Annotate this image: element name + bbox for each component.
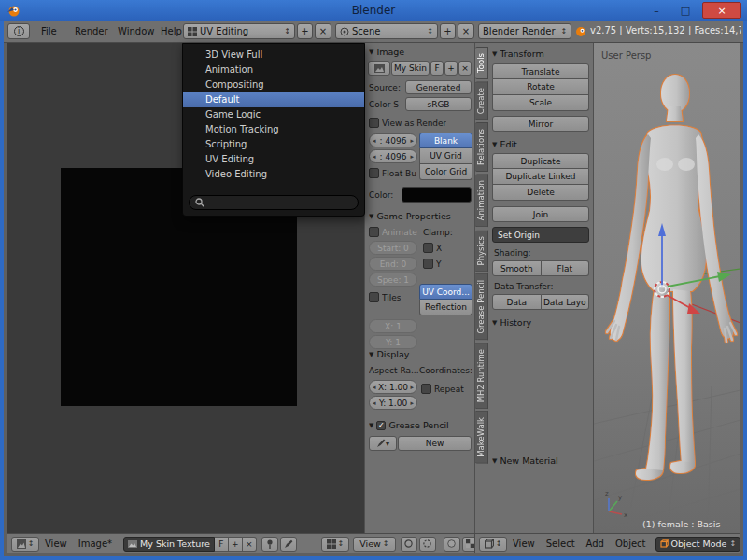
layout-menu-item-compositing[interactable]: Compositing xyxy=(183,77,364,92)
grease-pencil-source-dropdown[interactable]: ▾ xyxy=(369,436,397,451)
shade-flat-button[interactable]: Flat xyxy=(542,260,590,276)
section-new-material[interactable]: ▼ New Material xyxy=(492,454,591,468)
mapping-uv-coordinates[interactable]: UV Coord... xyxy=(419,284,472,300)
anim-start-field[interactable]: Start: 0 xyxy=(369,241,417,255)
layout-search-input[interactable] xyxy=(208,198,352,208)
uv-menu-view[interactable]: View xyxy=(39,539,73,549)
minimize-button[interactable]: – xyxy=(644,2,669,19)
colorspace-dropdown[interactable]: sRGB xyxy=(405,97,472,111)
generated-height-field[interactable]: ◂ : 4096 ▸ xyxy=(369,149,417,163)
paint-mode-button[interactable] xyxy=(280,537,297,552)
fake-user-button[interactable]: F xyxy=(215,537,229,552)
tab-animation[interactable]: Animation xyxy=(475,174,488,227)
section-history[interactable]: ▼ History xyxy=(492,315,591,329)
add-layout-button[interactable]: + xyxy=(297,23,313,39)
editor-type-button[interactable]: ↕ xyxy=(321,537,349,552)
tab-tools[interactable]: Tools xyxy=(475,47,488,79)
left-arrow-icon[interactable]: ◂ xyxy=(373,399,376,407)
unlink-image-button[interactable]: × xyxy=(458,61,472,76)
section-grease-pencil[interactable]: ▼ ✓ Grease Pencil xyxy=(369,418,472,432)
fake-user-button[interactable]: F xyxy=(430,61,444,76)
editor-type-button[interactable]: ↕ xyxy=(479,537,507,552)
left-arrow-icon[interactable]: ◂ xyxy=(373,153,376,161)
view3d-menu-add[interactable]: Add xyxy=(581,539,610,549)
right-arrow-icon[interactable]: ▸ xyxy=(410,384,414,391)
view-as-render-checkbox[interactable] xyxy=(369,118,379,128)
image-datablock-field[interactable]: My Skin Texture xyxy=(123,537,215,552)
delete-scene-button[interactable]: × xyxy=(458,23,474,39)
pin-button[interactable] xyxy=(261,537,278,552)
section-image[interactable]: ▼ Image xyxy=(369,45,472,59)
tab-relations[interactable]: Relations xyxy=(475,122,488,172)
section-display[interactable]: ▼ Display xyxy=(369,347,472,361)
add-image-button[interactable]: + xyxy=(229,537,243,552)
animate-checkbox[interactable] xyxy=(369,227,379,237)
delete-layout-button[interactable]: × xyxy=(315,23,331,39)
viewport-3d[interactable]: x y z User Persp (1) female : Basis xyxy=(593,43,740,533)
section-edit[interactable]: ▼ Edit xyxy=(492,137,591,151)
tiles-x-field[interactable]: X: 1 xyxy=(369,319,417,333)
layout-menu-search[interactable] xyxy=(189,195,359,210)
render-engine-dropdown[interactable]: Blender Render ↕ xyxy=(478,23,571,39)
layout-menu-item-default[interactable]: Default xyxy=(183,92,364,107)
tab-makewalk[interactable]: MakeWalk xyxy=(475,411,488,464)
layout-menu-item-video-editing[interactable]: Video Editing xyxy=(183,167,364,182)
scene-dropdown[interactable]: Scene ↕ xyxy=(335,23,438,39)
data-layout-button[interactable]: Data Layo xyxy=(542,294,590,310)
snap-button[interactable] xyxy=(419,537,436,552)
float-buffer-checkbox[interactable] xyxy=(369,168,379,178)
image-browse-dropdown[interactable] xyxy=(368,61,390,76)
grease-pencil-checkbox[interactable]: ✓ xyxy=(376,421,386,430)
clamp-y-checkbox[interactable] xyxy=(423,259,433,269)
duplicate-button[interactable]: Duplicate xyxy=(492,153,589,169)
left-arrow-icon[interactable]: ◂ xyxy=(373,137,376,145)
mirror-button[interactable]: Mirror xyxy=(492,116,589,132)
right-arrow-icon[interactable]: ▸ xyxy=(410,137,414,145)
translate-button[interactable]: Translate xyxy=(492,63,589,79)
data-button[interactable]: Data xyxy=(492,294,542,310)
generated-type-color-grid[interactable]: Color Grid xyxy=(419,164,472,180)
layout-menu-item-animation[interactable]: Animation xyxy=(183,63,364,77)
anim-speed-field[interactable]: Spee: 1 xyxy=(369,273,417,287)
aspect-y-field[interactable]: ◂ Y: 1.00 ▸ xyxy=(369,396,417,410)
add-image-button[interactable]: + xyxy=(444,61,458,76)
menu-render[interactable]: Render xyxy=(69,24,114,39)
duplicate-linked-button[interactable]: Duplicate Linked xyxy=(492,169,589,185)
join-button[interactable]: Join xyxy=(492,206,589,222)
layout-menu-item-motion-tracking[interactable]: Motion Tracking xyxy=(183,122,364,137)
grease-pencil-new-button[interactable]: New xyxy=(398,436,472,451)
menu-window[interactable]: Window xyxy=(112,24,160,39)
color-swatch[interactable] xyxy=(402,187,472,203)
source-dropdown[interactable]: Generated xyxy=(405,80,472,94)
generated-type-uv-grid[interactable]: UV Grid xyxy=(419,148,472,164)
layout-menu-item-scripting[interactable]: Scripting xyxy=(183,137,364,152)
delete-button[interactable]: Delete xyxy=(492,185,589,201)
aspect-x-field[interactable]: ◂ X: 1.00 ▸ xyxy=(369,380,417,394)
menu-file[interactable]: File xyxy=(35,24,63,39)
left-arrow-icon[interactable]: ◂ xyxy=(373,384,376,391)
rotate-button[interactable]: Rotate xyxy=(492,79,589,95)
anim-end-field[interactable]: End: 0 xyxy=(369,257,417,271)
title-bar[interactable]: Blender – □ × xyxy=(0,0,747,21)
scale-button[interactable]: Scale xyxy=(492,95,589,111)
generated-width-field[interactable]: ◂ : 4096 ▸ xyxy=(369,133,417,147)
layout-menu-item-game-logic[interactable]: Game Logic xyxy=(183,107,364,122)
mode-dropdown[interactable]: Object Mode ↕ xyxy=(655,537,741,552)
layout-menu-item-uv-editing[interactable]: UV Editing xyxy=(183,152,364,167)
add-scene-button[interactable]: + xyxy=(440,23,456,39)
tab-physics[interactable]: Physics xyxy=(475,230,488,272)
view3d-menu-select[interactable]: Select xyxy=(541,539,581,549)
clamp-x-checkbox[interactable] xyxy=(423,243,433,253)
right-arrow-icon[interactable]: ▸ xyxy=(410,399,414,407)
section-transform[interactable]: ▼ Transform xyxy=(492,47,591,61)
display-channels-color-button[interactable] xyxy=(444,537,460,552)
pivot-dropdown[interactable]: View ↕ xyxy=(353,537,396,552)
editor-type-button[interactable]: ↕ xyxy=(11,537,39,552)
view3d-menu-view[interactable]: View xyxy=(507,539,541,549)
generated-type-blank[interactable]: Blank xyxy=(419,133,472,148)
section-game-properties[interactable]: ▼ Game Properties xyxy=(369,209,472,223)
editor-type-button[interactable]: i xyxy=(7,23,30,39)
tab-grease-pencil[interactable]: Grease Pencil xyxy=(475,273,488,341)
uv-menu-image[interactable]: Image* xyxy=(73,539,118,549)
maximize-button[interactable]: □ xyxy=(672,2,698,19)
